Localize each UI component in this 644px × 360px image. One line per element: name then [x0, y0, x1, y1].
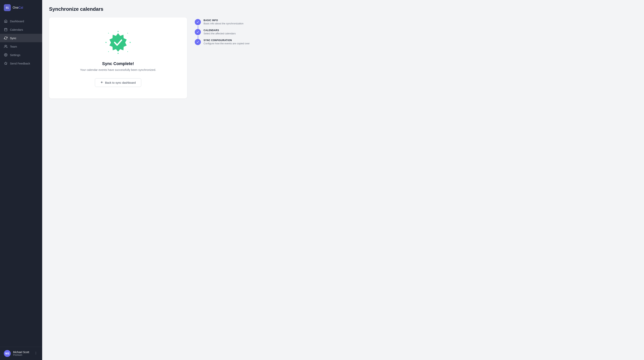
- step-basic-info: BASIC INFO Basic info about the synchron…: [195, 19, 250, 25]
- user-name: Michael Scott: [13, 350, 31, 354]
- step-label: BASIC INFO: [204, 19, 244, 22]
- badge-dot: [106, 42, 106, 43]
- steps-panel: BASIC INFO Basic info about the synchron…: [195, 18, 250, 45]
- step-desc: Basic info about the synchronization: [204, 22, 244, 25]
- more-options-icon[interactable]: [33, 350, 38, 356]
- step-circle-calendars: [195, 29, 201, 35]
- step-desc: Configure how the events are copied over: [204, 42, 250, 45]
- badge-shape: [108, 33, 128, 52]
- logo-text: OneCal: [13, 6, 23, 10]
- step-desc: Select the affected calendars: [204, 32, 236, 35]
- step-sync-config: SYNC CONFIGURATION Configure how the eve…: [195, 39, 250, 45]
- sidebar-item-label: Sync: [10, 37, 16, 40]
- sidebar-item-team[interactable]: Team: [0, 42, 42, 51]
- user-info: Michael Scott Premium: [13, 350, 31, 356]
- sync-complete-card: Sync Complete! Your calendar events have…: [49, 18, 187, 98]
- calendar-icon: [4, 28, 8, 32]
- sidebar-item-sync[interactable]: Sync: [0, 34, 42, 42]
- back-button-label: Back to sync dashboard: [105, 81, 136, 84]
- main-content: Synchronize calendars: [42, 0, 644, 360]
- sync-complete-title: Sync Complete!: [102, 61, 134, 66]
- avatar: MS: [4, 350, 11, 357]
- team-icon: [4, 45, 8, 48]
- step-circle-basic-info: [195, 19, 201, 25]
- sidebar-item-label: Calendars: [10, 28, 23, 31]
- sidebar-item-calendars[interactable]: Calendars: [0, 25, 42, 34]
- svg-point-9: [36, 354, 36, 354]
- sync-icon: [4, 36, 8, 40]
- badge-dot: [118, 53, 119, 54]
- success-badge: [105, 29, 132, 56]
- arrow-left-icon: [100, 81, 104, 84]
- sidebar-item-label: Send Feedback: [10, 62, 30, 65]
- svg-rect-0: [4, 28, 7, 31]
- step-calendars: CALENDARS Select the affected calendars: [195, 29, 250, 35]
- step-label: SYNC CONFIGURATION: [204, 39, 250, 42]
- sidebar-item-label: Settings: [10, 53, 20, 57]
- badge-dot: [130, 42, 131, 43]
- sidebar-nav: Dashboard Calendars: [0, 15, 42, 347]
- gear-icon: [4, 53, 8, 57]
- page-title: Synchronize calendars: [49, 6, 637, 12]
- sidebar-item-label: Team: [10, 45, 17, 48]
- step-circle-sync-config: [195, 39, 201, 45]
- sync-complete-subtitle: Your calendar events have successfully b…: [80, 68, 156, 71]
- sidebar-item-feedback[interactable]: Send Feedback: [0, 59, 42, 68]
- step-text-sync-config: SYNC CONFIGURATION Configure how the eve…: [204, 39, 250, 45]
- svg-marker-6: [4, 62, 7, 65]
- back-to-sync-dashboard-button[interactable]: Back to sync dashboard: [95, 78, 141, 87]
- svg-point-8: [36, 353, 36, 353]
- sidebar-footer: MS Michael Scott Premium: [0, 347, 42, 360]
- home-icon: [4, 19, 8, 23]
- step-text-calendars: CALENDARS Select the affected calendars: [204, 29, 236, 35]
- step-text-basic-info: BASIC INFO Basic info about the synchron…: [204, 19, 244, 25]
- badge-dot: [118, 31, 119, 32]
- step-label: CALENDARS: [204, 29, 236, 32]
- svg-point-7: [36, 352, 36, 352]
- svg-point-4: [5, 45, 6, 46]
- sidebar-item-label: Dashboard: [10, 20, 24, 23]
- logo-icon: 01: [4, 4, 11, 11]
- svg-point-5: [5, 55, 6, 56]
- logo: 01 OneCal: [0, 0, 42, 15]
- sidebar-item-settings[interactable]: Settings: [0, 51, 42, 59]
- user-plan: Premium: [13, 354, 31, 356]
- content-area: Sync Complete! Your calendar events have…: [49, 18, 637, 98]
- feedback-icon: [4, 61, 8, 65]
- svg-marker-10: [110, 33, 127, 52]
- sidebar-item-dashboard[interactable]: Dashboard: [0, 17, 42, 25]
- sidebar: 01 OneCal Dashboard: [0, 0, 42, 360]
